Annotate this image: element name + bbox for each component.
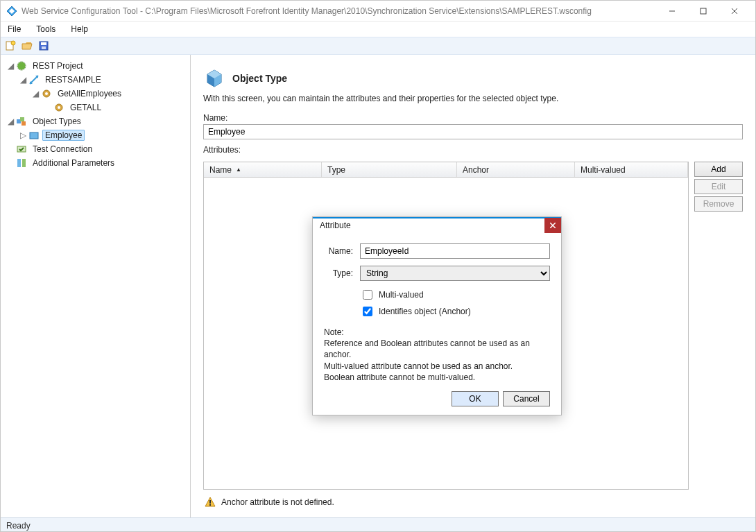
menu-tools[interactable]: Tools — [33, 23, 58, 35]
dialog-type-label: Type: — [324, 268, 353, 278]
tree-employee[interactable]: ▷ Employee — [1, 128, 190, 142]
svg-rect-9 — [41, 42, 46, 45]
window-title: Web Service Configuration Tool - C:\Prog… — [22, 6, 656, 16]
tree-label: Employee — [42, 130, 85, 141]
sidebar: ◢ REST Project ◢ RESTSAMPLE ◢ GetAllEmpl… — [1, 55, 191, 517]
column-name[interactable]: Name▲ — [204, 162, 322, 177]
dialog-name-input[interactable] — [360, 243, 550, 259]
note-line3: Boolean attribute cannot be multi-valued… — [324, 372, 550, 383]
note-label: Note: — [324, 327, 550, 338]
svg-rect-33 — [209, 504, 211, 506]
tree-additional-parameters[interactable]: Additional Parameters — [1, 156, 190, 170]
expand-icon[interactable]: ▷ — [19, 131, 27, 139]
warning-icon — [205, 497, 216, 508]
tree-label: Additional Parameters — [30, 158, 117, 168]
svg-rect-10 — [42, 46, 46, 49]
menu-help[interactable]: Help — [68, 23, 91, 35]
maximize-button[interactable] — [687, 1, 719, 21]
svg-rect-21 — [20, 117, 24, 121]
tree-getall[interactable]: GETALL — [1, 101, 190, 114]
object-icon — [28, 130, 40, 141]
tree-label: GETALL — [67, 103, 104, 112]
dialog-close-button[interactable] — [544, 218, 561, 233]
svg-rect-22 — [22, 121, 26, 126]
column-anchor[interactable]: Anchor — [457, 162, 575, 177]
close-button[interactable] — [719, 1, 750, 21]
expand-icon[interactable]: ◢ — [31, 89, 40, 98]
page-description: With this screen, you can maintain the a… — [203, 94, 743, 103]
dialog-ok-button[interactable]: OK — [452, 391, 499, 406]
column-multi[interactable]: Multi-valued — [575, 162, 688, 177]
gear-icon — [53, 102, 65, 113]
expand-spacer — [44, 103, 52, 112]
tree-object-types[interactable]: ◢ Object Types — [1, 114, 190, 128]
toolbar — [1, 37, 755, 55]
window-controls — [656, 1, 750, 21]
tree-getallemployees[interactable]: ◢ GetAllEmployees — [1, 87, 190, 101]
svg-rect-23 — [30, 132, 38, 139]
warning-row: Anchor attribute is not defined. — [203, 490, 743, 517]
tree-rest-project[interactable]: ◢ REST Project — [1, 59, 190, 73]
name-input[interactable] — [203, 124, 743, 139]
menubar: File Tools Help — [1, 22, 755, 37]
expand-icon[interactable]: ◢ — [6, 117, 15, 126]
params-icon — [16, 157, 27, 169]
dialog-anchor-checkbox[interactable] — [363, 307, 372, 316]
warning-text: Anchor attribute is not defined. — [221, 497, 334, 507]
note-line2: Multi-valued attribute cannot be used as… — [324, 361, 550, 372]
sort-asc-icon: ▲ — [236, 166, 241, 173]
column-type[interactable]: Type — [322, 162, 457, 177]
minimize-button[interactable] — [656, 1, 687, 21]
test-icon — [16, 144, 27, 155]
dialog-cancel-button[interactable]: Cancel — [503, 391, 550, 406]
tree-test-connection[interactable]: Test Connection — [1, 142, 190, 156]
app-icon — [6, 6, 17, 17]
svg-rect-26 — [22, 159, 26, 167]
dialog-titlebar[interactable]: Attribute — [313, 217, 561, 232]
tree-label: Object Types — [30, 117, 84, 126]
add-button[interactable]: Add — [694, 162, 743, 177]
project-icon — [16, 60, 27, 71]
tree-restsample[interactable]: ◢ RESTSAMPLE — [1, 73, 190, 87]
statusbar: Ready — [1, 517, 755, 532]
remove-button[interactable]: Remove — [694, 196, 743, 212]
titlebar: Web Service Configuration Tool - C:\Prog… — [1, 1, 755, 22]
svg-point-17 — [45, 92, 48, 95]
open-icon[interactable] — [22, 40, 33, 51]
dialog-title: Attribute — [320, 221, 544, 230]
connection-icon — [28, 74, 40, 85]
svg-point-7 — [11, 41, 15, 45]
tree-label: Test Connection — [30, 144, 95, 154]
dialog-multivalued-label: Multi-valued — [379, 290, 424, 300]
attributes-label: Attributes: — [203, 145, 743, 155]
object-type-header: Object Type — [203, 67, 743, 89]
dialog-type-select[interactable]: String — [360, 266, 550, 281]
status-text: Ready — [6, 521, 31, 531]
tree-label: RESTSAMPLE — [42, 75, 104, 85]
cube-icon — [203, 67, 225, 89]
note-line1: Reference and Boolean attributes cannot … — [324, 338, 550, 360]
save-icon[interactable] — [38, 40, 49, 51]
page-title: Object Type — [232, 73, 287, 84]
attribute-buttons: Add Edit Remove — [694, 162, 743, 490]
dialog-name-label: Name: — [324, 246, 353, 256]
dialog-note: Note: Reference and Boolean attributes c… — [324, 327, 550, 383]
dialog-multivalued-checkbox[interactable] — [363, 290, 372, 300]
expand-icon[interactable]: ◢ — [6, 62, 15, 70]
menu-file[interactable]: File — [5, 23, 24, 35]
attribute-dialog: Attribute Name: Type: String Multi-value… — [312, 216, 562, 415]
expand-icon[interactable]: ◢ — [19, 76, 27, 84]
tree-label: GetAllEmployees — [55, 89, 124, 98]
expand-spacer — [6, 145, 15, 153]
new-icon[interactable] — [5, 40, 16, 51]
svg-rect-32 — [209, 500, 211, 504]
svg-point-19 — [58, 106, 60, 109]
gear-icon — [41, 88, 52, 99]
svg-rect-3 — [701, 8, 706, 14]
objects-icon — [16, 116, 27, 127]
attributes-header: Name▲ Type Anchor Multi-valued — [204, 162, 688, 178]
dialog-anchor-label: Identifies object (Anchor) — [379, 307, 471, 316]
svg-rect-25 — [17, 159, 21, 167]
edit-button[interactable]: Edit — [694, 179, 743, 194]
tree-label: REST Project — [30, 61, 85, 71]
